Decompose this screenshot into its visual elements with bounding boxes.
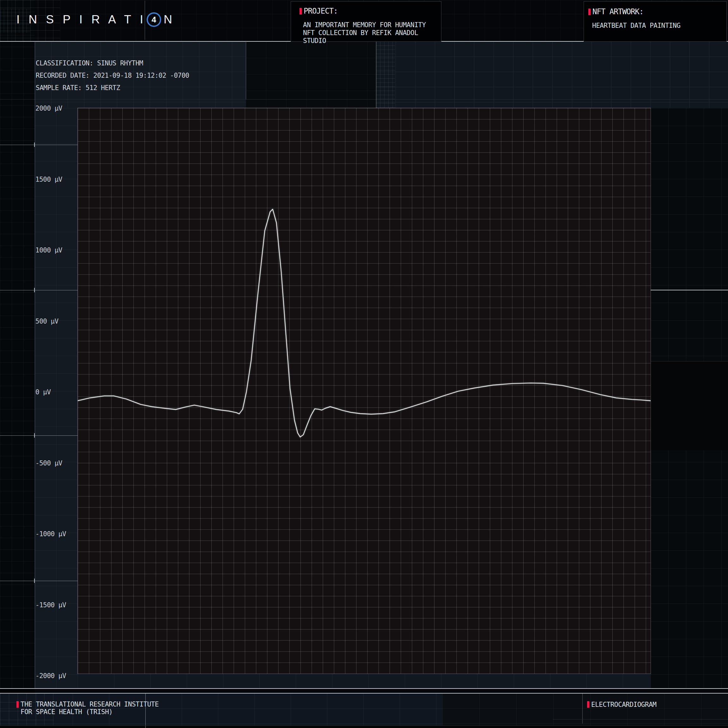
trish-line-1: THE TRANSLATIONAL RESEARCH INSTITUTE bbox=[21, 700, 159, 708]
logo-circle-4: 4 bbox=[147, 12, 161, 27]
footer-top-line bbox=[0, 688, 728, 689]
y-axis-label: 2000 µV bbox=[35, 105, 62, 112]
pre-footer-band bbox=[0, 689, 728, 693]
axis-tick-cross-icon bbox=[34, 578, 35, 583]
red-marker-icon bbox=[587, 701, 589, 708]
right-margin-line-1 bbox=[651, 290, 728, 291]
trish-line-2: FOR SPACE HEALTH (TRISH) bbox=[21, 708, 159, 716]
logo-circle-digit: 4 bbox=[151, 15, 156, 24]
project-line-1: AN IMPORTANT MEMORY FOR HUMANITY bbox=[303, 21, 441, 29]
axis-tick-line bbox=[0, 581, 78, 581]
project-description: AN IMPORTANT MEMORY FOR HUMANITY NFT COL… bbox=[303, 21, 441, 45]
pre-footer-black-box bbox=[0, 689, 35, 693]
project-line-2: NFT COLLECTION BY REFIK ANADOL STUDIO bbox=[303, 29, 441, 45]
project-header: PROJECT: bbox=[300, 7, 338, 15]
upper-right-divider bbox=[376, 41, 376, 108]
logo-text-pre: I N S P I R A T I bbox=[17, 13, 146, 26]
y-axis-label: 1500 µV bbox=[35, 176, 62, 183]
recording-metadata: CLASSIFICATION: SINUS RHYTHM RECORDED DA… bbox=[36, 59, 189, 96]
electrocardiogram-label: ELECTROCARDIOGRAM bbox=[591, 701, 656, 708]
axis-tick-cross-icon bbox=[34, 288, 35, 292]
artwork-canvas: I N S P I R A T I 4 N PROJECT: AN IMPORT… bbox=[0, 0, 728, 728]
logo-text-post: N bbox=[164, 13, 175, 26]
bottom-edge-strip bbox=[0, 726, 728, 728]
project-box: PROJECT: AN IMPORTANT MEMORY FOR HUMANIT… bbox=[291, 1, 441, 42]
artwork-header: NFT ARTWORK: bbox=[588, 7, 643, 16]
upper-middle-panel bbox=[246, 41, 376, 108]
y-axis-label: 1000 µV bbox=[35, 246, 62, 254]
inspiration4-logo: I N S P I R A T I 4 N bbox=[17, 12, 175, 27]
sample-rate-text: SAMPLE RATE: 512 HERTZ bbox=[36, 84, 189, 96]
red-marker-icon bbox=[588, 9, 590, 15]
axis-tick-line bbox=[0, 290, 78, 291]
y-axis-label: 500 µV bbox=[35, 318, 58, 325]
red-marker-icon bbox=[300, 8, 302, 15]
ecg-chart-area bbox=[78, 108, 651, 674]
upper-divider-line bbox=[0, 99, 728, 99]
footer-second-line bbox=[0, 693, 728, 694]
y-axis-label: -1000 µV bbox=[35, 530, 66, 538]
artwork-title: HEARTBEAT DATA PAINTING bbox=[592, 22, 680, 30]
upper-right-dense-grid bbox=[376, 41, 395, 108]
ecg-trace-svg bbox=[78, 108, 651, 674]
y-axis-label: -1500 µV bbox=[35, 601, 66, 609]
axis-vertical-line bbox=[35, 41, 35, 688]
y-axis-label: -2000 µV bbox=[35, 672, 66, 680]
left-grid-texture bbox=[0, 0, 35, 728]
upper-right-panel bbox=[376, 41, 728, 108]
footer-left-block: THE TRANSLATIONAL RESEARCH INSTITUTE FOR… bbox=[17, 700, 159, 716]
y-axis-label: 0 µV bbox=[35, 388, 51, 396]
axis-tick-cross-icon bbox=[34, 433, 35, 437]
ecg-trace-path bbox=[78, 209, 651, 437]
right-margin-dark-box bbox=[651, 361, 728, 450]
axis-tick-line bbox=[0, 145, 78, 145]
below-chart-panel bbox=[78, 674, 651, 688]
footer-right-panel bbox=[442, 693, 728, 728]
artwork-label: NFT ARTWORK: bbox=[592, 7, 643, 16]
bottom-faint-line bbox=[0, 725, 728, 726]
classification-text: CLASSIFICATION: SINUS RHYTHM bbox=[36, 59, 189, 72]
right-margin-line-2 bbox=[651, 361, 728, 361]
footer-right-block: ELECTROCARDIOGRAM bbox=[587, 701, 656, 708]
axis-tick-cross-icon bbox=[34, 142, 35, 147]
recorded-date-text: RECORDED DATE: 2021-09-18 19:12:02 -0700 bbox=[36, 72, 189, 84]
red-marker-icon bbox=[17, 701, 18, 708]
y-axis-label: -500 µV bbox=[35, 459, 62, 467]
project-label: PROJECT: bbox=[304, 7, 338, 15]
artwork-box: NFT ARTWORK: HEARTBEAT DATA PAINTING bbox=[584, 1, 727, 42]
classification-panel-divider bbox=[246, 41, 246, 99]
trish-credit: THE TRANSLATIONAL RESEARCH INSTITUTE FOR… bbox=[21, 700, 159, 716]
